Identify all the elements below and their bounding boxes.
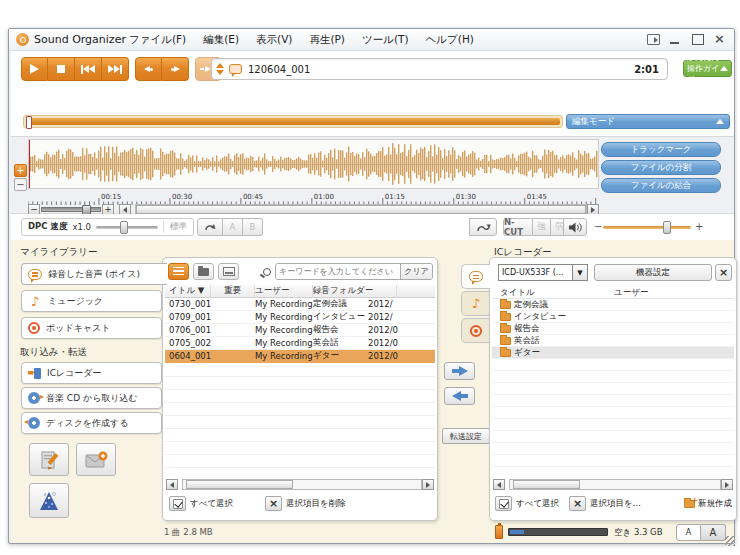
dpc-slider-thumb[interactable] (120, 221, 128, 234)
view-card-button[interactable] (218, 263, 239, 280)
dpc-standard-button[interactable]: 標準 (163, 221, 187, 233)
playhead-cursor[interactable] (29, 140, 30, 189)
scroll-right-button[interactable] (422, 479, 434, 490)
scroll-thumb[interactable] (513, 480, 580, 489)
search-input[interactable] (276, 264, 400, 279)
sidebar-item-0[interactable]: 録音した音声 (ボイス) (21, 263, 167, 285)
ab-b-button[interactable]: B (243, 218, 263, 236)
scroll-track[interactable] (509, 479, 721, 490)
close-icon[interactable]: × (713, 34, 726, 45)
stop-button[interactable] (48, 57, 75, 81)
device-settings-button[interactable]: 機器設定 (594, 264, 712, 281)
compact-mode-icon[interactable] (647, 34, 660, 45)
now-playing-field[interactable]: 120604_001 2:01 (211, 58, 668, 80)
transfer-to-library-button[interactable] (444, 362, 475, 380)
wave-tool-button-1[interactable]: ファイルの分割 (601, 160, 721, 175)
dpc-slider[interactable] (96, 226, 158, 229)
select-all-checkbox[interactable] (169, 496, 186, 511)
skip-back-button[interactable] (135, 57, 162, 81)
seek-bar[interactable] (23, 115, 563, 128)
view-folder-button[interactable] (193, 263, 214, 280)
resize-grip[interactable] (725, 536, 735, 546)
search-clear-button[interactable]: クリア (400, 264, 432, 279)
wave-zoom-out-button[interactable]: − (14, 178, 27, 191)
sidebar-item-2[interactable]: ポッドキャスト (21, 317, 162, 339)
scroll-track[interactable] (182, 479, 422, 490)
scroll-left-button[interactable] (493, 479, 505, 490)
menu-item[interactable]: ツール(T) (362, 33, 409, 47)
select-all-checkbox[interactable] (495, 496, 512, 511)
folder-row[interactable]: 報告会 (492, 323, 734, 335)
repeat-button[interactable] (197, 218, 223, 236)
folder-row[interactable]: インタビュー (492, 311, 734, 323)
new-folder-button[interactable]: + 新規作成 (684, 498, 732, 510)
wave-scroll-thumb[interactable] (136, 205, 586, 214)
column-important[interactable]: 重要 (211, 285, 255, 297)
minimize-icon[interactable] (669, 34, 682, 45)
edit-memo-button[interactable] (29, 443, 69, 476)
transfer-item-0[interactable]: ICレコーダー (21, 362, 162, 384)
wave-tool-button-0[interactable]: トラックマーク (601, 142, 721, 157)
maximize-icon[interactable] (691, 34, 704, 45)
device-close-button[interactable]: × (715, 264, 732, 281)
column-folder[interactable]: 録音フォルダー (313, 285, 397, 297)
scroll-right-button[interactable] (721, 479, 733, 490)
scroll-left-button[interactable] (166, 479, 178, 490)
font-large-button[interactable]: A (701, 524, 726, 541)
track-spinner[interactable] (216, 63, 224, 75)
table-row[interactable]: 0604_001My Recordingギター2012/0 (165, 350, 435, 363)
voice-recognition-button[interactable] (29, 483, 69, 518)
play-button[interactable] (21, 57, 48, 81)
column-title[interactable]: イトル ▼ (165, 285, 211, 297)
hzoom-slider[interactable] (41, 207, 101, 212)
menu-item[interactable]: ファイル(F) (129, 33, 186, 47)
easy-search-button[interactable] (469, 218, 497, 236)
previous-button[interactable] (75, 57, 102, 81)
volume-thumb[interactable] (663, 221, 671, 234)
folder-row[interactable]: 英会話 (492, 335, 734, 347)
table-row[interactable]: 0705_002My Recording英会話2012/0 (165, 337, 435, 350)
column-title[interactable]: タイトル (492, 287, 614, 299)
table-row[interactable]: 0709_001My Recordingインタビュー2012/ (165, 311, 435, 324)
easy-guide-button[interactable]: かんたん操作ガイド (683, 60, 732, 77)
wave-tool-button-2[interactable]: ファイルの結合 (601, 178, 721, 193)
menu-item[interactable]: ヘルプ(H) (426, 33, 474, 47)
seek-handle[interactable] (26, 116, 32, 129)
folder-row[interactable]: 定例会議 (492, 299, 734, 311)
transfer-item-2[interactable]: ディスクを作成する (21, 412, 162, 434)
recorder-tab-music[interactable]: ♪ (461, 291, 490, 316)
menu-item[interactable]: 表示(V) (256, 33, 292, 47)
recorder-tab-voice[interactable] (461, 264, 490, 289)
new-mail-button[interactable] (76, 443, 116, 476)
delete-selected-button[interactable]: × (569, 496, 586, 511)
volume-slider[interactable] (603, 226, 691, 229)
table-row[interactable]: 0730_001My Recording定例会議2012/ (165, 298, 435, 311)
menu-item[interactable]: 編集(E) (203, 33, 239, 47)
search-zone: クリア (263, 263, 433, 280)
folder-row[interactable]: ギター (492, 347, 734, 359)
scroll-thumb[interactable] (186, 480, 293, 489)
delete-selected-button[interactable]: × (265, 496, 282, 511)
ab-a-button[interactable]: A (223, 218, 243, 236)
sidebar-item-1[interactable]: ♪ミュージック (21, 290, 162, 312)
transfer-item-1[interactable]: 音楽 CD から取り込む (21, 387, 162, 409)
mute-button[interactable] (563, 218, 587, 236)
column-user[interactable]: ユーザー (255, 285, 313, 297)
ncut-strong-button[interactable]: 強 (533, 218, 551, 236)
device-select[interactable]: ICD-UX533F (... ▼ (498, 264, 588, 281)
cell: My Recording (255, 338, 313, 348)
transfer-to-device-button[interactable] (444, 387, 475, 405)
table-row[interactable]: 0706_001My Recording報告会2012/0 (165, 324, 435, 337)
menu-bar: ファイル(F)編集(E)表示(V)再生(P)ツール(T)ヘルプ(H) (129, 29, 474, 51)
recorder-tab-podcast[interactable] (461, 318, 490, 343)
menu-item[interactable]: 再生(P) (309, 33, 345, 47)
wave-zoom-in-button[interactable]: + (14, 164, 27, 177)
next-button[interactable] (102, 57, 129, 81)
transfer-settings-button[interactable]: 転送設定 (442, 428, 490, 444)
skip-forward-button[interactable] (162, 57, 189, 81)
column-user[interactable]: ユーザー (614, 287, 648, 299)
view-list-button[interactable] (168, 263, 189, 280)
font-small-button[interactable]: A (676, 524, 701, 541)
waveform-display[interactable] (28, 139, 599, 189)
edit-mode-button[interactable]: 編集モード (566, 114, 730, 129)
